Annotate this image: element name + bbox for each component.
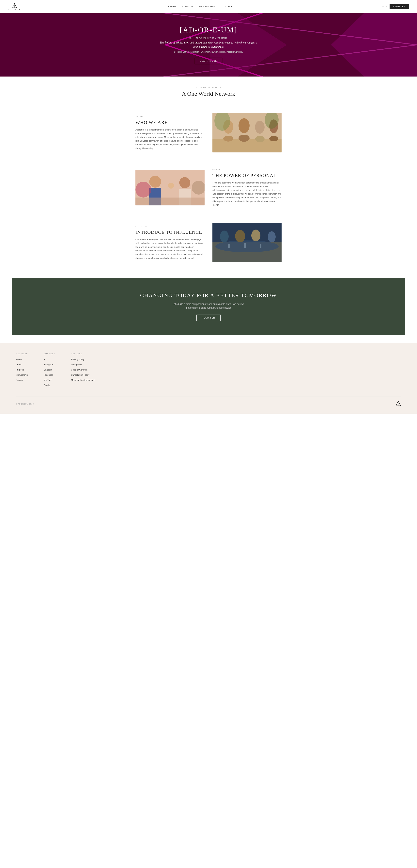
footer-columns: NAVIGATE Home About Purpose Membership C…: [16, 353, 401, 388]
svg-point-11: [239, 118, 250, 133]
footer-social-instagram[interactable]: Instagram: [44, 364, 53, 366]
svg-point-15: [223, 136, 233, 142]
cta-section: CHANGING TODAY FOR A BETTER TOMORROW Let…: [12, 278, 405, 335]
hero-title: [AD-OR-E-UM]: [159, 26, 258, 34]
hero-tagline: The feeling of exhilaration and inspirat…: [159, 40, 258, 49]
footer-connect-list: X Instagram LinkedIn Facebook YouTube Sp…: [44, 358, 55, 387]
who-we-are-section: ABOUT WHO WE ARE Adoreum is a global mem…: [120, 105, 297, 160]
footer: NAVIGATE Home About Purpose Membership C…: [0, 343, 417, 414]
learn-more-button[interactable]: LEARN MORE: [195, 58, 222, 64]
footer-social-x[interactable]: X: [44, 358, 45, 361]
power-personal-text: CONNECT THE POWER OF PERSONAL From the b…: [212, 168, 282, 207]
navbar: ADOREUM ABOUT PURPOSE MEMBERSHIP CONTACT…: [0, 0, 417, 13]
svg-point-29: [135, 182, 151, 197]
footer-connect-label: CONNECT: [44, 353, 55, 355]
intro-photo: [212, 223, 282, 262]
one-world-label: WHAT WE BELIEVE IN: [8, 86, 409, 88]
intro-text: LEVEL UP INTRODUCE TO INFLUENCE Our even…: [135, 225, 205, 260]
footer-nav-home[interactable]: Home: [16, 358, 22, 361]
one-world-heading: A One World Network: [8, 90, 409, 97]
connect-label: CONNECT: [212, 168, 282, 171]
footer-policy-cancellation[interactable]: Cancellation Policy: [71, 374, 90, 376]
nav-actions: LOGIN REGISTER: [380, 4, 409, 9]
login-link[interactable]: LOGIN: [380, 5, 387, 8]
who-label: ABOUT: [135, 115, 205, 118]
footer-social-linkedin[interactable]: LinkedIn: [44, 369, 52, 371]
footer-nav-about[interactable]: About: [16, 364, 22, 366]
svg-point-12: [255, 121, 265, 134]
svg-point-18: [269, 136, 278, 142]
footer-social-spotify[interactable]: Spotify: [44, 384, 50, 386]
hero-content: [AD-OR-E-UM] (n.) The Chemistry of Conne…: [159, 26, 258, 64]
cta-heading: CHANGING TODAY FOR A BETTER TOMORROW: [20, 292, 397, 299]
cta-body: Let's build a more compassionate and sus…: [171, 302, 246, 310]
who-we-are-image: [212, 113, 282, 152]
nav-links: ABOUT PURPOSE MEMBERSHIP CONTACT: [168, 5, 233, 8]
nav-about[interactable]: ABOUT: [168, 5, 176, 8]
svg-rect-41: [212, 223, 282, 262]
footer-policy-privacy[interactable]: Privacy policy: [71, 358, 84, 361]
cta-register-button[interactable]: REGISTER: [197, 315, 220, 321]
nav-contact[interactable]: CONTACT: [221, 5, 232, 8]
footer-nav-purpose[interactable]: Purpose: [16, 369, 24, 371]
copyright: © ADOREUM 2023: [16, 403, 34, 405]
footer-policy-data[interactable]: Data policy: [71, 364, 82, 366]
power-personal-section: CONNECT THE POWER OF PERSONAL From the b…: [120, 160, 297, 215]
who-we-are-photo: [212, 113, 282, 152]
footer-logo: [395, 400, 401, 408]
hero-definition: (n.) The Chemistry of Connection: [159, 37, 258, 39]
power-heading: THE POWER OF PERSONAL: [212, 173, 282, 178]
footer-policy-membership[interactable]: Membership Agreements: [71, 379, 95, 381]
svg-point-17: [255, 136, 265, 142]
footer-policy-conduct[interactable]: Code of Conduct: [71, 369, 88, 371]
power-body: From the beginning we have been determin…: [212, 181, 282, 207]
nav-membership[interactable]: MEMBERSHIP: [199, 5, 215, 8]
nav-purpose[interactable]: PURPOSE: [182, 5, 194, 8]
one-world-section: WHAT WE BELIEVE IN A One World Network: [0, 76, 417, 105]
footer-navigate-label: NAVIGATE: [16, 353, 28, 355]
footer-connect: CONNECT X Instagram LinkedIn Facebook Yo…: [44, 353, 55, 388]
who-heading: WHO WE ARE: [135, 120, 205, 125]
footer-nav-membership[interactable]: Membership: [16, 374, 28, 376]
intro-body: Our events are designed to maximise the …: [135, 238, 205, 260]
footer-social-youtube[interactable]: YouTube: [44, 379, 52, 381]
who-body: Adoreum is a global members club without…: [135, 128, 205, 150]
who-we-are-text: ABOUT WHO WE ARE Adoreum is a global mem…: [135, 115, 205, 150]
logo[interactable]: ADOREUM: [8, 3, 21, 10]
footer-policies: POLICIES Privacy policy Data policy Code…: [71, 353, 95, 388]
hero-see-also: See also: Entrepreneurialism, Empowermen…: [159, 51, 258, 53]
power-personal-image: [135, 170, 205, 206]
register-button[interactable]: REGISTER: [389, 4, 409, 9]
footer-navigate-list: Home About Purpose Membership Contact: [16, 358, 28, 382]
footer-navigate: NAVIGATE Home About Purpose Membership C…: [16, 353, 28, 388]
footer-policies-label: POLICIES: [71, 353, 95, 355]
svg-point-16: [239, 135, 250, 142]
footer-bottom: © ADOREUM 2023: [16, 396, 401, 408]
logo-text: ADOREUM: [8, 8, 21, 10]
hero-section: [AD-OR-E-UM] (n.) The Chemistry of Conne…: [0, 13, 417, 76]
level-up-label: LEVEL UP: [135, 225, 205, 228]
intro-image: [212, 223, 282, 262]
footer-logo-icon: [395, 400, 401, 406]
footer-social-facebook[interactable]: Facebook: [44, 374, 53, 376]
intro-influence-section: LEVEL UP INTRODUCE TO INFLUENCE Our even…: [120, 215, 297, 270]
logo-icon: [12, 3, 17, 8]
footer-nav-contact[interactable]: Contact: [16, 379, 23, 381]
intro-heading: INTRODUCE TO INFLUENCE: [135, 229, 205, 235]
power-personal-photo: [135, 170, 205, 206]
footer-policies-list: Privacy policy Data policy Code of Condu…: [71, 358, 95, 382]
